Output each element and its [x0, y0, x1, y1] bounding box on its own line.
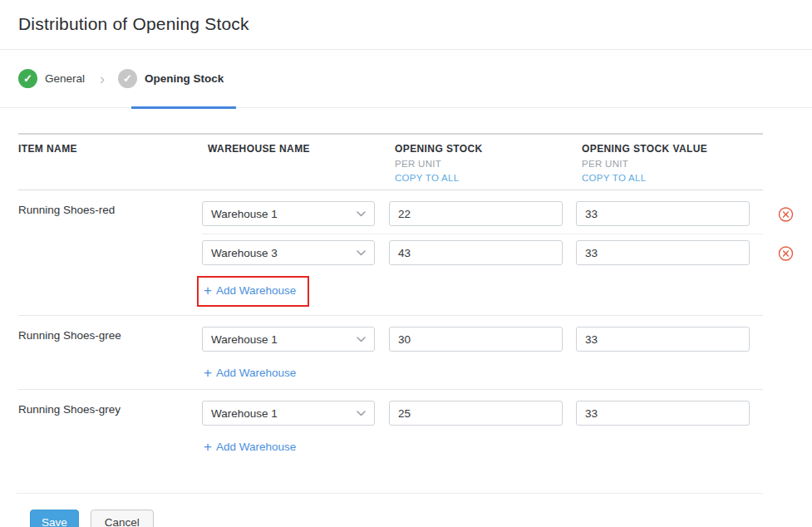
delete-icon — [778, 252, 794, 264]
step-general[interactable]: ✓ General — [18, 69, 85, 88]
col-header-opening-stock: OPENING STOCK — [395, 143, 582, 155]
add-warehouse-label: Add Warehouse — [216, 284, 296, 297]
opening-stock-input[interactable] — [389, 201, 563, 226]
check-icon: ✓ — [118, 69, 137, 88]
opening-stock-input[interactable] — [389, 327, 563, 352]
table-row: Running Shoes-red Warehouse 1 — [18, 190, 763, 316]
col-subheader-per-unit: PER UNIT — [582, 159, 763, 169]
opening-stock-input[interactable] — [389, 240, 563, 265]
page-title: Distribution of Opening Stock — [18, 14, 812, 34]
col-header-warehouse-name: WAREHOUSE NAME — [208, 143, 395, 155]
step-opening-stock[interactable]: ✓ Opening Stock — [118, 69, 224, 88]
opening-stock-value-input[interactable] — [576, 240, 750, 265]
item-name: Running Shoes-grey — [18, 395, 202, 455]
warehouse-entry: Warehouse 1 — [202, 195, 763, 234]
plus-icon: + — [204, 440, 212, 454]
chevron-down-icon — [357, 211, 366, 217]
add-warehouse-button[interactable]: + Add Warehouse — [204, 366, 296, 380]
chevron-down-icon — [357, 250, 366, 256]
plus-icon: + — [204, 283, 212, 298]
step-general-label: General — [45, 72, 85, 85]
page-header: Distribution of Opening Stock — [0, 0, 812, 50]
add-warehouse-button[interactable]: + Add Warehouse — [204, 440, 296, 454]
annotation-highlight-box: + Add Warehouse — [197, 276, 309, 307]
add-warehouse-label: Add Warehouse — [216, 367, 296, 379]
plus-icon: + — [204, 366, 212, 380]
warehouse-select-value: Warehouse 1 — [211, 407, 278, 420]
opening-stock-input[interactable] — [389, 401, 563, 426]
col-header-item-name: ITEM NAME — [18, 143, 208, 155]
footer-divider — [17, 493, 763, 494]
delete-warehouse-row-button[interactable] — [778, 207, 794, 223]
chevron-down-icon — [357, 411, 366, 416]
warehouse-entry: Warehouse 1 — [202, 395, 763, 433]
cancel-button[interactable]: Cancel — [91, 510, 154, 527]
table-row: Running Shoes-gree Warehouse 1 + Add War… — [18, 316, 763, 390]
save-button[interactable]: Save — [30, 510, 79, 527]
opening-stock-value-input[interactable] — [576, 401, 750, 426]
warehouse-select[interactable]: Warehouse 1 — [202, 201, 375, 226]
stepper: ✓ General › ✓ Opening Stock — [0, 50, 812, 108]
add-warehouse-button[interactable]: + Add Warehouse — [204, 283, 296, 298]
table-header-row: ITEM NAME WAREHOUSE NAME OPENING STOCK P… — [18, 135, 763, 190]
chevron-down-icon — [357, 337, 366, 342]
footer-buttons: Save Cancel — [30, 510, 812, 527]
col-subheader-per-unit: PER UNIT — [395, 159, 582, 169]
active-tab-underline — [131, 106, 236, 109]
delete-warehouse-row-button[interactable] — [778, 246, 794, 262]
step-opening-stock-label: Opening Stock — [145, 72, 224, 85]
warehouse-select-value: Warehouse 3 — [211, 247, 278, 259]
warehouse-select[interactable]: Warehouse 3 — [202, 240, 375, 265]
opening-stock-value-input[interactable] — [576, 201, 750, 226]
delete-icon — [778, 213, 794, 225]
opening-stock-table: ITEM NAME WAREHOUSE NAME OPENING STOCK P… — [18, 133, 763, 463]
col-header-opening-stock-value: OPENING STOCK VALUE — [582, 143, 763, 155]
copy-to-all-opening-stock-link[interactable]: COPY TO ALL — [395, 173, 582, 183]
check-icon: ✓ — [18, 69, 37, 88]
warehouse-select[interactable]: Warehouse 1 — [202, 327, 375, 352]
item-name: Running Shoes-red — [18, 195, 202, 307]
table-row: Running Shoes-grey Warehouse 1 + Add War… — [18, 390, 763, 463]
warehouse-select-value: Warehouse 1 — [211, 208, 278, 220]
copy-to-all-opening-stock-value-link[interactable]: COPY TO ALL — [582, 173, 763, 183]
warehouse-entry: Warehouse 3 — [202, 234, 763, 273]
chevron-right-icon: › — [100, 71, 105, 86]
warehouse-entry: Warehouse 1 — [202, 321, 763, 359]
add-warehouse-label: Add Warehouse — [216, 441, 296, 453]
item-name: Running Shoes-gree — [18, 321, 202, 381]
warehouse-select[interactable]: Warehouse 1 — [202, 401, 375, 426]
opening-stock-value-input[interactable] — [576, 327, 750, 352]
warehouse-select-value: Warehouse 1 — [211, 333, 278, 346]
